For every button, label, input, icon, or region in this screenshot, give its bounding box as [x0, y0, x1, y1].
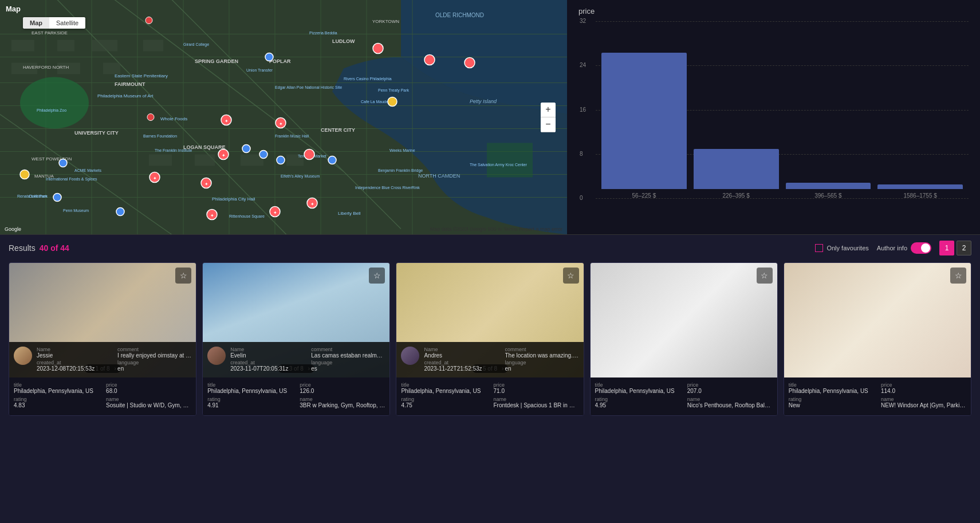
listing-card-3[interactable]: ☆ title Philadelphia, Pennsylvania, US p… — [590, 262, 778, 416]
svg-text:✦: ✦ — [153, 176, 157, 181]
bar-label-1: 226–395 $ — [722, 192, 749, 199]
svg-point-105 — [373, 44, 383, 54]
favorite-btn-0[interactable]: ☆ — [175, 268, 191, 284]
svg-text:Edgar Allan Poe National Histo: Edgar Allan Poe National Historic Site — [275, 85, 342, 90]
svg-rect-27 — [143, 40, 163, 52]
svg-point-108 — [20, 170, 29, 179]
svg-text:✦: ✦ — [210, 213, 214, 218]
card-footer-2: title Philadelphia, Pennsylvania, US pri… — [396, 377, 583, 415]
bar-1 — [694, 149, 779, 189]
card-footer-4: title Philadelphia, Pennsylvania, US pri… — [784, 377, 971, 415]
only-favs-checkbox[interactable] — [815, 244, 823, 252]
svg-point-99 — [53, 194, 61, 202]
svg-text:The Franklin Institute: The Franklin Institute — [155, 148, 192, 152]
price-chart-title: price — [578, 7, 969, 15]
only-favs-label: Only favourites — [826, 245, 868, 251]
svg-text:CENTER CITY: CENTER CITY — [321, 127, 355, 133]
svg-text:Barnes Foundation: Barnes Foundation — [143, 134, 177, 138]
svg-point-106 — [147, 114, 154, 121]
svg-point-102 — [304, 150, 314, 160]
favorite-btn-4[interactable]: ☆ — [950, 268, 966, 284]
svg-text:YORKTOWN: YORKTOWN — [372, 19, 399, 24]
review-overlay-0: Name Jessie comment I really enjoyed oir… — [9, 342, 196, 377]
favorite-btn-3[interactable]: ☆ — [757, 268, 773, 284]
review-content-0: Name Jessie comment I really enjoyed oir… — [37, 347, 191, 373]
svg-text:✦: ✦ — [279, 121, 283, 127]
view-btn-1[interactable]: 1 — [939, 241, 954, 255]
map-view-toggle[interactable]: Map Satellite — [23, 17, 85, 29]
svg-text:✦: ✦ — [273, 210, 277, 215]
svg-text:Petty Island: Petty Island — [470, 99, 497, 104]
review-content-1: Name Evelin comment Las camas estaban re… — [230, 347, 385, 373]
svg-point-94 — [259, 151, 267, 159]
map-footer-right: Map data ©2023 Google 500 m Terms Report… — [430, 226, 562, 232]
svg-point-100 — [116, 208, 124, 216]
svg-text:✦: ✦ — [204, 182, 208, 187]
svg-point-101 — [328, 156, 336, 164]
bar-0 — [601, 53, 687, 189]
svg-text:Union Transfer: Union Transfer — [246, 68, 273, 72]
listing-card-1[interactable]: ☆ ‹ 3 of 8 › Name Evelin — [202, 262, 390, 416]
svg-rect-30 — [103, 63, 120, 74]
review-overlay-2: Name Andres comment The location was ama… — [396, 342, 583, 377]
results-number: 40 of 44 — [40, 243, 69, 253]
svg-text:Rivers Casino Philadelphia: Rivers Casino Philadelphia — [344, 77, 392, 81]
svg-text:Girard College: Girard College — [183, 42, 209, 47]
satellite-btn[interactable]: Satellite — [49, 17, 85, 29]
toggle-knob — [921, 243, 930, 253]
svg-text:Philadelphia Zoo: Philadelphia Zoo — [37, 108, 66, 113]
card-footer-3: title Philadelphia, Pennsylvania, US pri… — [591, 377, 777, 415]
svg-text:HAVERFORD NORTH: HAVERFORD NORTH — [23, 65, 69, 70]
zoom-out-button[interactable]: − — [541, 117, 556, 132]
listing-card-2[interactable]: ☆ ‹ 5 of 8 › Name Andres — [396, 262, 584, 416]
reviewer-avatar-0 — [14, 347, 32, 365]
svg-text:✦: ✦ — [225, 119, 229, 124]
reviewer-avatar-2 — [401, 347, 419, 365]
bar-group-1: 226–395 $ — [694, 149, 779, 199]
svg-text:SPRING GARDEN: SPRING GARDEN — [195, 58, 238, 64]
price-chart: price 32 24 16 8 0 — [567, 0, 980, 234]
view-btn-2[interactable]: 2 — [957, 241, 971, 255]
svg-text:Whole Foods: Whole Foods — [160, 116, 187, 121]
map-background: OLDE RICHMOND NORTH CAMDEN CENTER CITY U… — [0, 0, 567, 234]
card-image-3: ☆ — [591, 263, 777, 377]
bar-group-0: 56–225 $ — [601, 53, 687, 199]
svg-rect-23 — [487, 143, 533, 178]
card-image-0: ☆ ‹ 1 of 8 › Name Jessie — [9, 263, 196, 377]
svg-text:Cafe La Maude: Cafe La Maude — [361, 100, 388, 104]
favorite-btn-1[interactable]: ☆ — [369, 268, 385, 284]
card-image-4: ☆ — [784, 263, 971, 377]
svg-rect-26 — [92, 40, 117, 52]
favorite-btn-2[interactable]: ☆ — [563, 268, 579, 284]
bar-group-3: 1586–1755 $ — [877, 184, 963, 199]
view-buttons: 1 2 — [939, 241, 971, 255]
chart-bars: 56–225 $226–395 $396–565 $1586–1755 $ — [596, 21, 969, 199]
author-info-toggle[interactable] — [911, 242, 931, 254]
svg-point-104 — [465, 58, 475, 68]
svg-point-109 — [388, 97, 397, 107]
listings-row: ☆ ‹ 1 of 8 › Name Jessie — [9, 262, 971, 416]
chart-area: 32 24 16 8 0 56–225 $226–395 $396–565 $1… — [578, 21, 969, 216]
results-controls: Only favourites Author info 1 2 — [815, 241, 971, 255]
svg-rect-24 — [11, 40, 34, 52]
svg-rect-25 — [57, 40, 74, 52]
listing-card-0[interactable]: ☆ ‹ 1 of 8 › Name Jessie — [9, 262, 196, 416]
svg-text:ACME Markets: ACME Markets — [74, 168, 102, 172]
bar-3 — [877, 184, 963, 189]
svg-text:Franklin Music Hall: Franklin Music Hall — [275, 134, 309, 138]
map-btn[interactable]: Map — [23, 17, 49, 29]
svg-text:Elfeth's Alley Museum: Elfeth's Alley Museum — [281, 174, 320, 179]
svg-text:UNIVERSITY CITY: UNIVERSITY CITY — [74, 130, 119, 136]
svg-text:Penn Museum: Penn Museum — [63, 209, 89, 213]
reviewer-avatar-1 — [207, 347, 226, 365]
svg-text:Liberty Bell: Liberty Bell — [338, 211, 361, 216]
author-info-control: Author info — [877, 242, 931, 254]
svg-text:The Salvation Army Kroc Center: The Salvation Army Kroc Center — [470, 163, 528, 167]
svg-text:Weeks Marine: Weeks Marine — [389, 148, 415, 152]
svg-text:Independence Blue Cross RiverR: Independence Blue Cross RiverRink — [355, 186, 420, 190]
svg-text:Penn Treaty Park: Penn Treaty Park — [378, 88, 410, 93]
listing-card-4[interactable]: ☆ title Philadelphia, Pennsylvania, US p… — [784, 262, 971, 416]
zoom-in-button[interactable]: + — [541, 103, 556, 117]
svg-text:Philadelphia City Hall: Philadelphia City Hall — [212, 196, 255, 202]
results-label: Results — [9, 243, 36, 253]
